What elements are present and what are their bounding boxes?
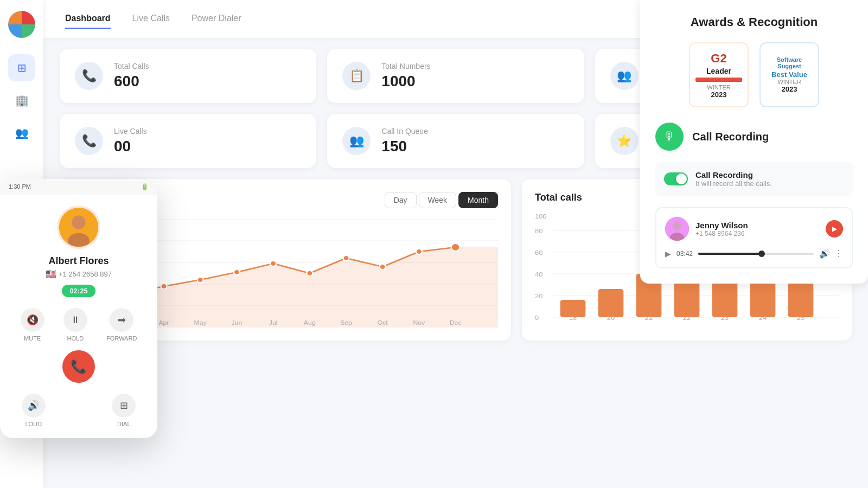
mute-icon: 🔇 <box>21 308 44 332</box>
best-rep-icon: ⭐ <box>610 127 639 155</box>
svg-text:100: 100 <box>535 214 547 220</box>
sidebar-item-buildings[interactable]: 🏢 <box>8 87 35 114</box>
svg-text:May: May <box>194 319 207 326</box>
svg-point-15 <box>451 243 460 251</box>
play-recording-button[interactable]: ▶ <box>826 220 843 237</box>
stat-call-in-queue: 👥 Call In Queue 150 <box>327 114 584 168</box>
forward-label: FORWARD <box>106 335 137 342</box>
hold-label: HOLD <box>67 335 84 342</box>
g2-icon: G2 <box>711 52 726 66</box>
time-tab-month[interactable]: Month <box>458 192 498 208</box>
svg-text:24: 24 <box>759 314 767 322</box>
phone-time: 1:30 PM <box>9 183 31 190</box>
phone-number-text: +1 254 2658 897 <box>59 270 112 278</box>
time-tabs: Day Week Month <box>385 192 498 208</box>
phone-overlay: 1:30 PM 🔋 Albert Flores 🇺🇸 +1 254 2658 8… <box>0 179 157 438</box>
svg-point-53 <box>72 215 85 229</box>
ss-value-text: Best Value <box>771 70 807 79</box>
sidebar-item-dashboard[interactable]: ⊞ <box>8 54 35 81</box>
tab-power-dialer[interactable]: Power Dialer <box>192 9 241 29</box>
svg-text:Jul: Jul <box>269 319 278 326</box>
phone-battery: 🔋 <box>141 183 149 190</box>
dashboard-icon: ⊞ <box>17 61 27 74</box>
toggle-knob <box>676 174 687 184</box>
stat-live-calls: 📞 Live Calls 00 <box>60 114 316 168</box>
svg-text:Sep: Sep <box>340 319 352 326</box>
audio-fill <box>698 253 762 255</box>
phone-avatar <box>57 206 100 249</box>
phone-action-forward[interactable]: ➡ FORWARD <box>106 308 137 342</box>
call-recording-header: 🎙 Call Recording <box>655 123 853 151</box>
total-numbers-icon: 📋 <box>342 62 371 90</box>
svg-text:25: 25 <box>797 314 805 322</box>
audio-progress-bar[interactable] <box>698 253 814 255</box>
svg-text:0: 0 <box>535 314 539 322</box>
call-timer: 02:25 <box>62 285 95 297</box>
dial-label: DIAL <box>117 421 130 427</box>
svg-text:21: 21 <box>645 314 653 322</box>
svg-point-7 <box>161 284 167 289</box>
stat-total-numbers: 📋 Total Numbers 1000 <box>327 49 584 103</box>
sidebar-logo <box>8 11 35 38</box>
svg-text:60: 60 <box>535 249 543 256</box>
total-calls-value: 600 <box>114 73 149 90</box>
volume-icon[interactable]: 🔊 <box>819 248 830 259</box>
svg-point-14 <box>416 249 422 254</box>
recording-toggle[interactable] <box>664 172 688 185</box>
tab-dashboard[interactable]: Dashboard <box>65 9 111 29</box>
jenny-header: Jenny Wilson +1 548 8964 236 ▶ <box>665 217 843 241</box>
svg-text:40: 40 <box>535 271 543 278</box>
phone-action-hold[interactable]: ⏸ HOLD <box>63 308 87 342</box>
audio-player: ▶ 03:42 🔊 ⋮ <box>665 248 843 259</box>
end-call-button[interactable]: 📞 <box>62 350 95 383</box>
g2-year: 2023 <box>711 91 727 99</box>
total-calls-icon: 📞 <box>75 62 103 90</box>
svg-rect-39 <box>598 289 624 317</box>
ss-brand: SoftwareSuggest <box>777 56 802 69</box>
svg-text:Dec: Dec <box>450 319 462 326</box>
phone-action-mute[interactable]: 🔇 MUTE <box>21 308 44 342</box>
more-options-icon[interactable]: ⋮ <box>834 248 843 259</box>
phone-body: Albert Flores 🇺🇸 +1 254 2658 897 02:25 🔇… <box>0 195 157 394</box>
jenny-info: Jenny Wilson +1 548 8964 236 <box>695 221 748 237</box>
recording-info-sub: It will record all the calls. <box>695 179 844 188</box>
phone-status-bar: 1:30 PM 🔋 <box>0 179 157 195</box>
svg-text:20: 20 <box>535 293 543 300</box>
total-calls-label: Total Calls <box>114 62 149 70</box>
audio-controls: 🔊 ⋮ <box>819 248 843 259</box>
svg-point-54 <box>68 233 90 249</box>
phone-action-loud[interactable]: 🔊 LOUD <box>22 394 46 427</box>
phone-actions-bottom: 🔊 LOUD ⊞ DIAL <box>0 394 157 438</box>
ss-season: WINTER <box>777 79 801 85</box>
svg-rect-44 <box>788 282 814 317</box>
stat-total-calls: 📞 Total Calls 600 <box>60 49 316 103</box>
svg-point-12 <box>343 255 349 261</box>
jenny-name: Jenny Wilson <box>695 221 748 230</box>
awards-panel: Awards & Recognition G2 Leader WINTER 20… <box>640 0 868 284</box>
forward-icon: ➡ <box>110 308 133 332</box>
sidebar-item-users[interactable]: 👥 <box>8 119 35 146</box>
audio-play-icon[interactable]: ▶ <box>665 249 671 258</box>
live-calls-label: Live Calls <box>114 127 147 136</box>
time-tab-week[interactable]: Week <box>419 192 457 208</box>
svg-text:20: 20 <box>607 314 615 322</box>
loud-label: LOUD <box>25 421 42 427</box>
svg-text:80: 80 <box>535 228 543 235</box>
audio-scrubber[interactable] <box>758 251 765 257</box>
tab-live-calls[interactable]: Live Calls <box>132 9 170 29</box>
recording-toggle-row: Call Recording It will record all the ca… <box>655 162 853 196</box>
svg-point-56 <box>673 222 681 230</box>
jenny-phone: +1 548 8964 236 <box>695 230 748 237</box>
audio-time: 03:42 <box>676 250 693 258</box>
svg-point-13 <box>380 264 386 269</box>
g2-accent-bar <box>695 78 742 82</box>
phone-flag: 🇺🇸 <box>46 269 56 279</box>
recording-info-title: Call Recording <box>695 170 844 179</box>
badge-g2-leader: G2 Leader WINTER 2023 <box>689 42 749 107</box>
time-tab-day[interactable]: Day <box>385 192 417 208</box>
buildings-icon: 🏢 <box>15 94 29 107</box>
awards-title: Awards & Recognition <box>655 15 853 29</box>
phone-action-dial[interactable]: ⊞ DIAL <box>112 394 136 427</box>
svg-text:Nov: Nov <box>413 319 425 326</box>
live-calls-value: 00 <box>114 138 147 155</box>
